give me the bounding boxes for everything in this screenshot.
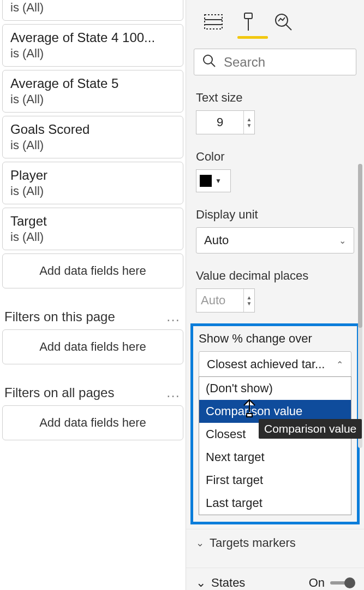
chevron-up-icon[interactable]: ▲ [247,116,252,122]
svg-point-5 [276,14,288,26]
spinner-buttons[interactable]: ▲ ▼ [243,289,254,312]
scrollbar-thumb[interactable] [358,164,362,328]
states-toggle-value: On [309,576,325,590]
search-input[interactable] [224,55,348,70]
filter-sub: is (All) [10,230,175,244]
pct-change-option[interactable]: Last target [199,492,351,515]
decimal-places-label: Value decimal places [196,269,354,283]
text-size-input[interactable]: 9 ▲ ▼ [196,110,255,134]
text-size-value[interactable]: 9 [196,111,243,134]
text-size-label: Text size [196,91,354,105]
chevron-up-icon: ⌃ [336,359,343,370]
filter-sub: is (All) [10,184,175,198]
format-pane: Text size 9 ▲ ▼ Color ▼ Display unit Aut… [186,0,364,590]
states-toggle[interactable] [330,581,354,585]
add-fields-drop-zone[interactable]: Add data fields here [2,253,183,288]
display-unit-value: Auto [204,233,229,247]
states-label: States [211,576,245,590]
filters-on-page-label: Filters on this page [4,309,115,324]
svg-rect-0 [205,15,222,29]
pct-change-option[interactable]: First target [199,469,351,492]
format-properties: Text size 9 ▲ ▼ Color ▼ Display unit Aut… [186,91,364,312]
filter-card[interactable]: Average of State 5 is (All) [2,70,183,113]
filters-on-page-header: Filters on this page … [2,308,183,325]
chevron-down-icon[interactable]: ▼ [247,122,252,128]
color-swatch-box [200,175,212,187]
targets-markers-label: Targets markers [210,536,296,550]
format-tab-icon[interactable] [237,11,259,33]
pct-change-option[interactable]: Next target [199,446,351,469]
filter-card[interactable]: Player is (All) [2,162,183,204]
analytics-tab-icon[interactable] [272,11,294,33]
pct-change-dropdown[interactable]: Closest achieved tar... ⌃ [199,351,351,377]
filter-card[interactable]: Average of State 3 80%... is (All) [2,0,183,21]
caret-down-icon: ▼ [215,177,222,185]
add-fields-drop-zone[interactable]: Add data fields here [2,329,183,364]
pct-change-selected: Closest achieved tar... [207,357,325,371]
filter-sub: is (All) [10,92,175,107]
color-picker[interactable]: ▼ [196,169,231,192]
color-label: Color [196,150,354,164]
more-icon[interactable]: … [166,308,181,325]
filter-title: Target [10,214,175,229]
chevron-down-icon: ⌄ [196,576,206,590]
filter-sub: is (All) [10,1,175,15]
decimal-places-input[interactable]: Auto ▲ ▼ [196,288,255,312]
filters-on-all-pages-label: Filters on all pages [4,385,114,400]
svg-line-6 [286,25,291,30]
spinner-buttons[interactable]: ▲ ▼ [243,111,254,134]
pct-change-option[interactable]: (Don't show) [199,377,351,400]
display-unit-dropdown[interactable]: Auto ⌄ [196,227,354,253]
pane-tabs [186,0,364,33]
active-tab-indicator [237,36,268,39]
filter-title: Average of State 5 [10,76,175,91]
display-unit-label: Display unit [196,208,354,222]
filter-card[interactable]: Average of State 4 100... is (All) [2,24,183,67]
chevron-up-icon[interactable]: ▲ [247,294,252,300]
svg-point-7 [204,55,212,64]
filter-title: Goals Scored [10,122,175,137]
states-expander[interactable]: ⌄ States On [186,568,364,590]
filter-title: Player [10,168,175,183]
filters-on-all-pages-header: Filters on all pages … [2,384,183,401]
search-input-container[interactable] [194,49,356,75]
filters-pane: Average of State 3 80%... is (All) Avera… [0,0,186,590]
pct-change-options-list: (Don't show) Comparison value Closest Ne… [199,376,351,515]
chevron-down-icon: ⌄ [339,235,346,246]
cursor-icon [241,398,258,418]
chevron-down-icon: ⌄ [196,537,204,549]
chevron-down-icon[interactable]: ▼ [247,300,252,306]
fields-tab-icon[interactable] [202,11,224,33]
filter-sub: is (All) [10,46,175,61]
add-fields-drop-zone[interactable]: Add data fields here [2,405,183,440]
filter-card[interactable]: Goals Scored is (All) [2,116,183,158]
pct-change-label: Show % change over [199,332,351,346]
more-icon[interactable]: … [166,384,181,401]
tooltip: Comparison value [259,419,362,439]
svg-rect-3 [244,13,252,19]
decimal-places-value[interactable]: Auto [196,289,243,312]
search-icon [202,54,216,70]
scrollbar[interactable] [358,164,362,448]
filter-card[interactable]: Target is (All) [2,208,183,250]
svg-line-8 [211,63,215,67]
targets-markers-expander[interactable]: ⌄ Targets markers [186,529,364,557]
states-toggle-group: On [309,576,354,590]
pct-change-highlight: Show % change over Closest achieved tar.… [190,323,360,524]
toggle-knob [344,577,355,588]
filter-title: Average of State 4 100... [10,30,175,45]
filter-sub: is (All) [10,138,175,152]
